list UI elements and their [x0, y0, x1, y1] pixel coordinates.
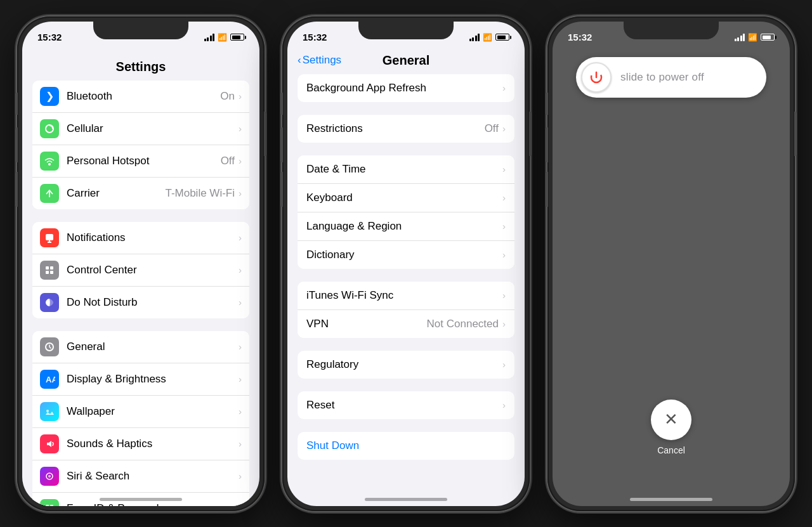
battery-icon [230, 34, 244, 41]
cellular-icon [40, 119, 59, 138]
reset-row[interactable]: Reset › [298, 391, 514, 419]
shutdown-row[interactable]: Shut Down [298, 432, 514, 460]
volume-up-button-2 [280, 127, 283, 162]
phone-screen-poweroff: 15:32 📶 [553, 22, 790, 506]
status-time-3: 15:32 [568, 32, 592, 42]
dictionary-row[interactable]: Dictionary › [298, 241, 514, 269]
carrier-label: Carrier [67, 187, 165, 200]
cellular-label: Cellular [67, 122, 237, 135]
itunes-sync-row[interactable]: iTunes Wi-Fi Sync › [298, 282, 514, 310]
settings-screen: 15:32 📶 Set [22, 22, 259, 506]
wallpaper-label: Wallpaper [67, 405, 237, 418]
home-indicator [100, 498, 182, 501]
dnd-label: Do Not Disturb [67, 296, 237, 309]
sounds-icon [40, 434, 59, 453]
keyboard-row[interactable]: Keyboard › [298, 184, 514, 212]
bg-refresh-row[interactable]: Background App Refresh › [298, 74, 514, 102]
cancel-x-icon: ✕ [664, 410, 678, 429]
restrictions-label: Restrictions [306, 122, 485, 135]
date-time-chevron: › [502, 164, 506, 174]
signal-icon-2 [469, 34, 480, 41]
battery-icon-3 [761, 34, 775, 41]
general-label: General [67, 341, 237, 353]
bg-refresh-chevron: › [502, 82, 506, 93]
home-indicator-2 [365, 498, 447, 501]
shutdown-label: Shut Down [306, 439, 506, 452]
regulatory-chevron: › [502, 359, 506, 370]
wifi-icon-2: 📶 [483, 33, 492, 42]
svg-rect-13 [50, 505, 53, 506]
bluetooth-value: On [220, 90, 235, 103]
notifications-row[interactable]: Notifications › [32, 222, 249, 254]
slide-to-off-slider[interactable]: slide to power off [576, 57, 766, 98]
carrier-value: T-Mobile Wi-Fi [165, 187, 235, 200]
vpn-row[interactable]: VPN Not Connected › [298, 310, 514, 338]
siri-label: Siri & Search [67, 470, 237, 483]
dictionary-label: Dictionary [306, 249, 501, 261]
control-center-row[interactable]: Control Center › [32, 254, 249, 287]
signal-icon [204, 34, 215, 41]
sounds-row[interactable]: Sounds & Haptics › [32, 428, 249, 460]
phones-container: 15:32 📶 Set [4, 4, 808, 524]
svg-rect-5 [46, 271, 49, 274]
vpn-label: VPN [306, 318, 427, 330]
bg-refresh-label: Background App Refresh [306, 82, 501, 94]
bluetooth-icon: ❯ [40, 87, 59, 106]
control-center-chevron: › [239, 264, 242, 275]
back-button[interactable]: ‹ Settings [298, 54, 341, 67]
restrictions-row[interactable]: Restrictions Off › [298, 115, 514, 143]
volume-down-button-3 [546, 172, 548, 207]
dnd-row[interactable]: Do Not Disturb › [32, 287, 249, 318]
cellular-row[interactable]: Cellular › [32, 113, 249, 145]
general-group-1: Background App Refresh › [298, 74, 514, 102]
general-row[interactable]: General › [32, 331, 249, 363]
notifications-label: Notifications [67, 231, 237, 244]
cellular-chevron: › [239, 123, 242, 134]
signal-icon-3 [735, 34, 745, 41]
general-list: Background App Refresh › Restrictions Of… [287, 74, 525, 460]
general-group-7: Shut Down [298, 432, 514, 460]
wallpaper-row[interactable]: Wallpaper › [32, 396, 249, 428]
cancel-button[interactable]: ✕ [651, 400, 691, 440]
bluetooth-label: Bluetooth [67, 90, 220, 103]
volume-up-button [15, 127, 18, 162]
siri-row[interactable]: Siri & Search › [32, 460, 249, 493]
notch-3 [624, 22, 719, 39]
restrictions-value: Off [485, 122, 499, 135]
notifications-chevron: › [239, 232, 242, 243]
phone-settings: 15:32 📶 Set [17, 16, 265, 511]
status-time: 15:32 [37, 32, 62, 42]
silent-switch [15, 93, 18, 115]
svg-rect-6 [50, 271, 53, 274]
back-chevron: ‹ [298, 54, 301, 67]
control-center-label: Control Center [67, 264, 237, 277]
faceid-icon [40, 499, 59, 506]
general-title: General [383, 53, 429, 68]
hotspot-chevron: › [239, 155, 242, 166]
dnd-chevron: › [239, 297, 242, 308]
hotspot-row[interactable]: Personal Hotspot Off › [32, 145, 249, 178]
restrictions-chevron: › [502, 123, 506, 134]
svg-point-11 [48, 475, 51, 478]
vpn-chevron: › [502, 318, 506, 329]
display-chevron: › [239, 374, 242, 384]
hotspot-value: Off [221, 155, 235, 167]
bluetooth-row[interactable]: ❯ Bluetooth On › [32, 81, 249, 113]
battery-icon-2 [495, 34, 509, 41]
regulatory-label: Regulatory [306, 358, 501, 371]
dnd-icon [40, 293, 59, 312]
keyboard-label: Keyboard [306, 192, 501, 204]
display-row[interactable]: AA Display & Brightness › [32, 363, 249, 396]
svg-rect-2 [46, 234, 53, 240]
date-time-row[interactable]: Date & Time › [298, 155, 514, 184]
regulatory-row[interactable]: Regulatory › [298, 351, 514, 379]
carrier-row[interactable]: Carrier T-Mobile Wi-Fi › [32, 178, 249, 209]
power-symbol-icon [589, 70, 604, 85]
siri-icon [40, 467, 59, 486]
svg-point-1 [48, 163, 51, 166]
svg-point-9 [46, 410, 49, 412]
status-time-2: 15:32 [303, 32, 327, 42]
language-row[interactable]: Language & Region › [298, 212, 514, 241]
phone-general: 15:32 📶 [282, 16, 530, 511]
cancel-label: Cancel [657, 445, 685, 455]
